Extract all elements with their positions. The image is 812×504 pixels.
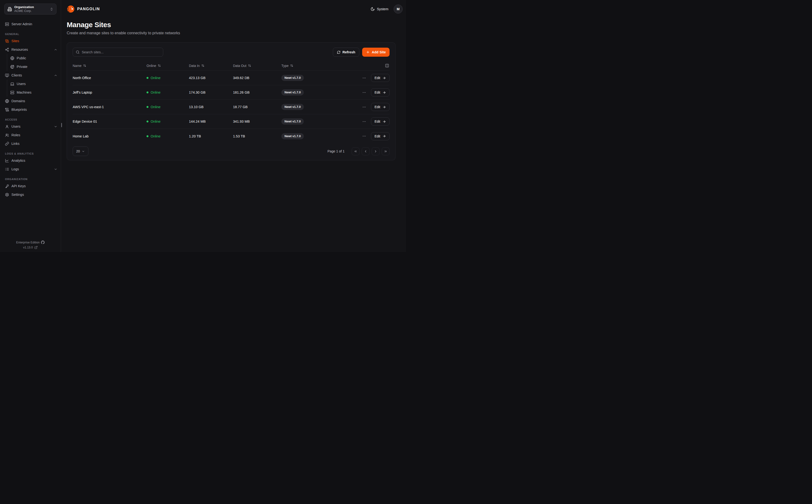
chevrons-right-icon bbox=[384, 150, 387, 153]
site-data-in: 144.24 MB bbox=[189, 120, 233, 123]
last-page-button[interactable] bbox=[382, 147, 390, 155]
logs-icon bbox=[5, 167, 9, 171]
sort-icon bbox=[248, 64, 251, 67]
edit-site-button[interactable]: Edit bbox=[371, 88, 390, 96]
ellipsis-icon bbox=[362, 91, 366, 95]
sidebar-item-sites[interactable]: Sites bbox=[0, 37, 61, 45]
sidebar-item-private[interactable]: Private bbox=[7, 62, 61, 71]
add-site-button[interactable]: Add Site bbox=[362, 48, 390, 57]
site-name: North Office bbox=[73, 76, 147, 80]
sites-table-card: Refresh Add Site Name bbox=[67, 42, 396, 160]
app-root: Organization ACME Corp. Server Admin GEN… bbox=[0, 0, 406, 252]
refresh-button[interactable]: Refresh bbox=[333, 48, 359, 57]
sort-icon bbox=[290, 64, 293, 67]
site-data-in: 1.20 TB bbox=[189, 134, 233, 138]
user-icon bbox=[5, 125, 9, 129]
row-actions-menu-button[interactable] bbox=[361, 133, 367, 139]
row-actions-menu-button[interactable] bbox=[361, 104, 367, 110]
ellipsis-icon bbox=[362, 105, 366, 109]
sidebar-item-api-keys[interactable]: API Keys bbox=[0, 182, 61, 190]
page-size-select[interactable]: 20 bbox=[73, 146, 88, 156]
edit-site-button[interactable]: Edit bbox=[371, 117, 390, 126]
sidebar-item-blueprints[interactable]: Blueprints bbox=[0, 105, 61, 114]
sidebar-item-machines[interactable]: Machines bbox=[7, 88, 61, 97]
column-visibility-button[interactable] bbox=[385, 63, 390, 68]
edition-link[interactable]: Enterprise Edition bbox=[0, 241, 61, 244]
site-type-badge: Newt v1.7.0 bbox=[281, 104, 304, 110]
sidebar-item-server-admin[interactable]: Server Admin bbox=[0, 20, 61, 28]
sidebar-item-label: Users bbox=[17, 82, 57, 86]
chevrons-left-icon bbox=[354, 150, 357, 153]
site-data-in: 423.13 GB bbox=[189, 76, 233, 80]
sidebar-item-links[interactable]: Links bbox=[0, 139, 61, 148]
theme-toggle[interactable]: System bbox=[370, 7, 388, 11]
sidebar-item-public[interactable]: Public bbox=[7, 54, 61, 62]
first-page-button[interactable] bbox=[352, 147, 360, 155]
avatar[interactable]: M bbox=[394, 5, 403, 14]
row-actions-menu-button[interactable] bbox=[361, 75, 367, 81]
sidebar-item-roles[interactable]: Roles bbox=[0, 131, 61, 139]
site-status: Online bbox=[147, 120, 189, 123]
org-label: Organization bbox=[14, 5, 47, 9]
sidebar-item-label: Machines bbox=[17, 91, 57, 94]
column-header-online[interactable]: Online bbox=[147, 64, 189, 68]
sidebar-item-logs[interactable]: Logs bbox=[0, 165, 61, 173]
row-actions-menu-button[interactable] bbox=[361, 90, 367, 96]
table-row: Jeff's Laptop Online 174.30 GB 181.26 GB… bbox=[73, 85, 390, 100]
version-link[interactable]: v1.13.0 bbox=[0, 246, 61, 249]
arrow-right-icon bbox=[382, 105, 386, 109]
section-logs-analytics: LOGS & ANALYTICS bbox=[0, 152, 61, 155]
columns-icon bbox=[385, 64, 389, 68]
page-subtitle: Create and manage sites to enable connec… bbox=[67, 30, 400, 36]
edition-label: Enterprise Edition bbox=[16, 241, 40, 244]
edit-site-button[interactable]: Edit bbox=[371, 103, 390, 111]
chevron-right-icon bbox=[374, 150, 377, 153]
column-header-data-out[interactable]: Data Out bbox=[233, 64, 281, 68]
edit-site-button[interactable]: Edit bbox=[371, 132, 390, 140]
site-data-out: 349.62 DB bbox=[233, 76, 281, 80]
sidebar-item-clients-users[interactable]: Users bbox=[7, 80, 61, 88]
site-type-badge: Newt v1.7.0 bbox=[281, 118, 304, 125]
site-status: Online bbox=[147, 76, 189, 80]
prev-page-button[interactable] bbox=[362, 147, 370, 155]
brand-name: PANGOLIN bbox=[77, 7, 100, 11]
sidebar-item-resources[interactable]: Resources bbox=[0, 45, 61, 54]
arrow-right-icon bbox=[382, 120, 386, 123]
column-header-type[interactable]: Type bbox=[281, 64, 336, 68]
column-header-data-in[interactable]: Data In bbox=[189, 64, 233, 68]
globe-lock-icon bbox=[10, 65, 14, 69]
brand[interactable]: PANGOLIN bbox=[67, 5, 100, 13]
server-icon bbox=[5, 22, 9, 26]
users-icon bbox=[5, 133, 9, 137]
site-status: Online bbox=[147, 134, 189, 138]
site-status: Online bbox=[147, 105, 189, 109]
next-page-button[interactable] bbox=[372, 147, 380, 155]
sidebar-item-clients[interactable]: Clients bbox=[0, 71, 61, 80]
site-type-badge: Newt v1.7.0 bbox=[281, 133, 304, 139]
site-name: Home Lab bbox=[73, 134, 147, 138]
column-header-name[interactable]: Name bbox=[73, 64, 147, 68]
moon-icon bbox=[370, 7, 375, 11]
chevron-left-icon bbox=[364, 150, 367, 153]
site-data-out: 18.77 GB bbox=[233, 105, 281, 109]
sidebar-item-analytics[interactable]: Analytics bbox=[0, 156, 61, 165]
sidebar: Organization ACME Corp. Server Admin GEN… bbox=[0, 0, 61, 252]
site-type-badge: Newt v1.7.0 bbox=[281, 75, 304, 81]
key-icon bbox=[5, 184, 9, 188]
avatar-initial: M bbox=[397, 7, 400, 11]
chevron-up-icon bbox=[54, 48, 57, 51]
table-header-row: Name Online Data In bbox=[73, 61, 390, 71]
edit-site-button[interactable]: Edit bbox=[371, 74, 390, 82]
online-status-dot bbox=[147, 77, 148, 79]
sidebar-item-domains[interactable]: Domains bbox=[0, 97, 61, 105]
table-toolbar: Refresh Add Site bbox=[73, 43, 390, 61]
row-actions-menu-button[interactable] bbox=[361, 119, 367, 125]
org-switcher[interactable]: Organization ACME Corp. bbox=[4, 4, 56, 15]
ellipsis-icon bbox=[362, 134, 366, 138]
sidebar-item-settings[interactable]: Settings bbox=[0, 190, 61, 199]
theme-label: System bbox=[377, 7, 388, 11]
version-label: v1.13.0 bbox=[23, 246, 33, 249]
search-input[interactable] bbox=[82, 50, 160, 54]
sidebar-item-users[interactable]: Users bbox=[0, 122, 61, 131]
sidebar-scrollbar-thumb[interactable] bbox=[61, 123, 62, 127]
